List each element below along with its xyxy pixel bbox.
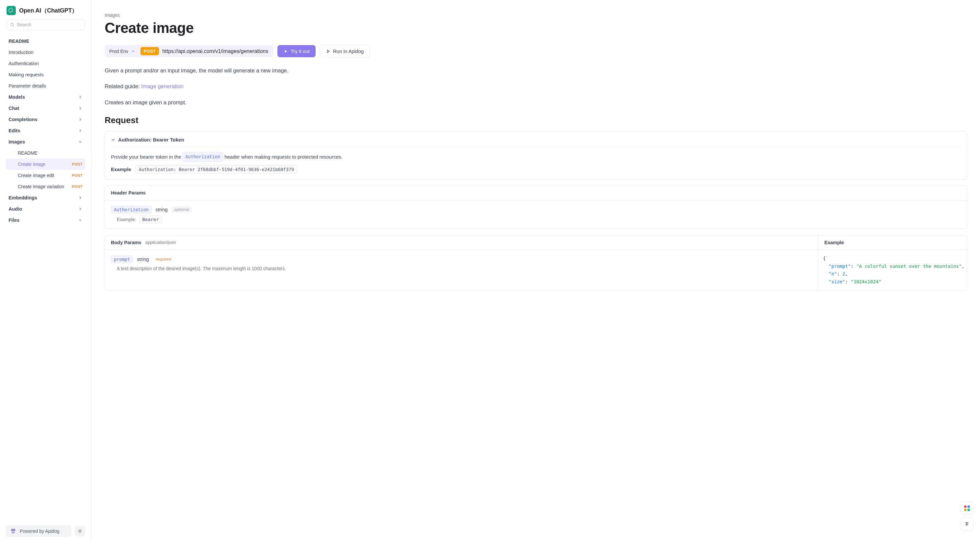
sidebar-group-edits[interactable]: Edits — [3, 125, 89, 136]
sidebar-item-readme[interactable]: README — [3, 35, 89, 47]
auth-example-value: Authorization: Bearer 2f68dbbf-519d-4f01… — [135, 165, 298, 174]
auth-toggle[interactable]: Authorization: Bearer Token — [111, 137, 961, 148]
play-outline-icon — [326, 49, 330, 54]
openai-logo-icon — [6, 6, 16, 15]
try-it-out-button[interactable]: Try it out — [277, 45, 316, 57]
param-type: string — [156, 207, 168, 212]
endpoint-pill: Prod Env POST https://api.openai.com/v1/… — [105, 45, 274, 57]
sidebar: Open AI（ChatGPT） README Introduction Aut… — [0, 0, 91, 541]
chevron-down-icon — [78, 218, 83, 223]
auth-description: Provide your bearer token in the Authori… — [111, 152, 961, 162]
sidebar-group-files[interactable]: Files — [3, 215, 89, 226]
sidebar-subitem-create-image-edit[interactable]: Create image editPOST — [6, 170, 85, 181]
chevron-down-icon — [111, 138, 116, 142]
chevron-right-icon — [78, 95, 83, 99]
example-title: Example — [818, 235, 967, 250]
method-tag: POST — [72, 185, 83, 189]
page-title: Create image — [105, 20, 967, 36]
sidebar-item-parameter-details[interactable]: Parameter details — [3, 80, 89, 91]
param-name: prompt — [111, 255, 133, 263]
param-flag-required: required — [153, 256, 174, 262]
header-param-authorization: Authorization string optional Example: B… — [105, 200, 967, 229]
sidebar-group-images[interactable]: Images — [3, 136, 89, 148]
chevron-right-icon — [78, 207, 83, 211]
body-param-prompt: prompt string required A text descriptio… — [105, 250, 818, 277]
run-in-apidog-button[interactable]: Run in Apidog — [320, 45, 370, 57]
method-tag: POST — [72, 162, 83, 166]
arrow-up-icon — [964, 522, 969, 527]
auth-example: Example Authorization: Bearer 2f68dbbf-5… — [111, 165, 961, 174]
floating-tools — [960, 501, 974, 531]
sidebar-subitem-create-image-variation[interactable]: Create image variationPOST — [6, 181, 85, 192]
request-heading: Request — [105, 115, 967, 126]
svg-point-3 — [79, 530, 81, 532]
svg-point-2 — [13, 530, 14, 530]
chevron-right-icon — [78, 117, 83, 122]
auth-header-code: Authorization — [182, 152, 223, 162]
chevron-down-icon — [131, 49, 135, 53]
sidebar-item-authentication[interactable]: Authentication — [3, 58, 89, 69]
sidebar-group-chat[interactable]: Chat — [3, 103, 89, 114]
request-bar: Prod Env POST https://api.openai.com/v1/… — [105, 45, 967, 57]
apps-button[interactable] — [960, 501, 974, 515]
chevron-right-icon — [78, 128, 83, 133]
body-params-title: Body Params application/json — [105, 235, 818, 250]
chevron-right-icon — [78, 196, 83, 200]
auth-panel: Authorization: Bearer Token Provide your… — [105, 131, 967, 179]
description-1: Given a prompt and/or an input image, th… — [105, 66, 967, 75]
powered-by-badge[interactable]: Powered by Apidog — [6, 525, 72, 537]
image-generation-link[interactable]: Image generation — [141, 83, 183, 89]
play-icon — [283, 49, 288, 54]
search-icon — [10, 22, 14, 27]
svg-point-1 — [12, 530, 13, 530]
sidebar-subitem-images-readme[interactable]: README — [6, 148, 85, 159]
scroll-top-button[interactable] — [960, 518, 974, 531]
breadcrumb[interactable]: Images — [105, 13, 967, 18]
method-tag: POST — [72, 173, 83, 177]
main-content: Images Create image Prod Env POST https:… — [91, 0, 980, 541]
theme-toggle[interactable] — [75, 526, 85, 536]
sidebar-group-models[interactable]: Models — [3, 91, 89, 103]
sidebar-nav: README Introduction Authentication Makin… — [0, 35, 91, 521]
related-guide: Related guide: Image generation — [105, 82, 967, 91]
header-param-example: Example: Bearer — [111, 216, 961, 223]
body-params-panel: Body Params application/json prompt stri… — [105, 235, 967, 291]
sidebar-item-making-requests[interactable]: Making requests — [3, 69, 89, 80]
sidebar-footer: Powered by Apidog — [0, 521, 91, 541]
env-select[interactable]: Prod Env — [109, 49, 137, 54]
apidog-icon — [10, 528, 16, 535]
param-description: A text description of the desired image(… — [111, 266, 812, 271]
sun-icon — [77, 528, 83, 534]
method-badge: POST — [140, 47, 159, 55]
grid-icon — [964, 506, 970, 511]
sidebar-group-embeddings[interactable]: Embeddings — [3, 192, 89, 204]
svg-point-0 — [11, 23, 13, 25]
chevron-down-icon — [78, 140, 83, 144]
sidebar-group-audio[interactable]: Audio — [3, 204, 89, 215]
param-flag: optional — [172, 206, 192, 213]
header-params-panel: Header Params Authorization string optio… — [105, 185, 967, 229]
description-2: Creates an image given a prompt. — [105, 98, 967, 107]
sidebar-item-introduction[interactable]: Introduction — [3, 47, 89, 58]
sidebar-group-completions[interactable]: Completions — [3, 114, 89, 125]
app-title: Open AI（ChatGPT） — [19, 6, 78, 14]
chevron-right-icon — [78, 106, 83, 111]
header-param-example-value: Bearer — [139, 216, 162, 223]
header-params-title: Header Params — [105, 186, 967, 200]
param-type: string — [137, 256, 149, 262]
sidebar-subitem-create-image[interactable]: Create imagePOST — [6, 159, 85, 170]
param-name: Authorization — [111, 206, 152, 213]
search-box — [6, 19, 84, 30]
example-json-block: { "prompt": "A colorful sunset over the … — [818, 250, 967, 291]
sidebar-header: Open AI（ChatGPT） — [0, 0, 91, 19]
search-input[interactable] — [6, 19, 84, 30]
content-type: application/json — [145, 240, 176, 245]
endpoint-url: https://api.openai.com/v1/images/generat… — [162, 48, 272, 54]
